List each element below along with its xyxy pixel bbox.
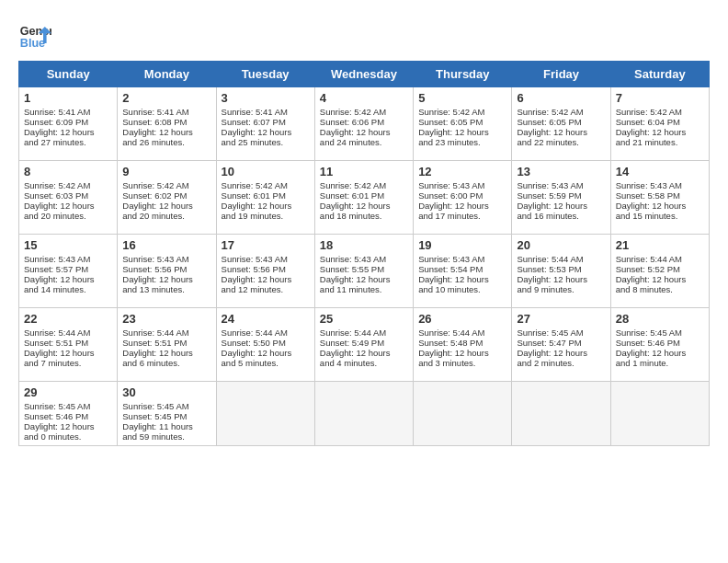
day-number: 11 [320, 165, 408, 178]
day-number: 15 [24, 238, 112, 252]
day-number: 6 [517, 91, 605, 105]
day-info: Sunset: 5:56 PM [222, 264, 310, 274]
day-info: Sunrise: 5:42 AM [24, 180, 112, 190]
day-info: Sunset: 6:04 PM [616, 117, 704, 127]
day-info: Sunrise: 5:44 AM [24, 327, 112, 338]
calendar-cell: 6Sunrise: 5:42 AMSunset: 6:05 PMDaylight… [512, 87, 610, 161]
day-info: and 2 minutes. [517, 358, 605, 368]
day-info: Sunset: 5:57 PM [24, 264, 112, 274]
calendar-cell: 17Sunrise: 5:43 AMSunset: 5:56 PMDayligh… [216, 235, 314, 308]
day-info: and 59 minutes. [122, 431, 210, 442]
day-info: Sunset: 6:07 PM [222, 117, 310, 127]
day-info: Sunrise: 5:45 AM [517, 327, 605, 338]
calendar-cell: 5Sunrise: 5:42 AMSunset: 6:05 PMDaylight… [414, 87, 512, 161]
day-info: Daylight: 12 hours [418, 348, 506, 358]
day-info: Sunrise: 5:43 AM [122, 254, 210, 264]
day-number: 4 [320, 91, 408, 105]
day-info: Sunset: 6:02 PM [122, 190, 210, 201]
day-info: Daylight: 12 hours [517, 201, 605, 211]
day-info: Sunset: 5:58 PM [616, 190, 704, 201]
calendar-cell: 13Sunrise: 5:43 AMSunset: 5:59 PMDayligh… [512, 161, 610, 235]
day-info: Daylight: 12 hours [616, 201, 704, 211]
day-info: Sunset: 5:50 PM [222, 338, 310, 348]
day-number: 18 [320, 238, 408, 252]
day-info: Sunrise: 5:42 AM [616, 107, 704, 117]
day-info: Daylight: 12 hours [24, 348, 112, 358]
calendar-cell: 20Sunrise: 5:44 AMSunset: 5:53 PMDayligh… [512, 235, 610, 308]
day-number: 2 [122, 91, 210, 105]
day-info: Sunrise: 5:42 AM [320, 107, 408, 117]
day-info: Sunrise: 5:44 AM [418, 327, 506, 338]
weekday-header-wednesday: Wednesday [314, 62, 413, 87]
day-info: Daylight: 12 hours [616, 348, 704, 358]
day-info: Daylight: 12 hours [418, 127, 506, 137]
day-number: 9 [122, 165, 210, 178]
calendar-cell: 3Sunrise: 5:41 AMSunset: 6:07 PMDaylight… [216, 87, 314, 161]
calendar-cell: 29Sunrise: 5:45 AMSunset: 5:46 PMDayligh… [19, 382, 118, 446]
calendar-cell [512, 382, 610, 446]
calendar-cell: 21Sunrise: 5:44 AMSunset: 5:52 PMDayligh… [610, 235, 709, 308]
calendar-cell: 15Sunrise: 5:43 AMSunset: 5:57 PMDayligh… [19, 235, 118, 308]
day-number: 29 [24, 385, 112, 399]
day-info: Sunset: 5:48 PM [418, 338, 506, 348]
calendar-cell: 30Sunrise: 5:45 AMSunset: 5:45 PMDayligh… [118, 382, 216, 446]
page-header: General Blue [18, 18, 710, 52]
day-info: Sunset: 6:05 PM [418, 117, 506, 127]
day-info: Sunset: 6:06 PM [320, 117, 408, 127]
weekday-header-tuesday: Tuesday [216, 62, 314, 87]
day-number: 3 [222, 91, 310, 105]
calendar-cell [414, 382, 512, 446]
day-info: Daylight: 12 hours [24, 127, 112, 137]
day-number: 8 [24, 165, 112, 178]
day-info: Sunrise: 5:43 AM [616, 180, 704, 190]
day-info: and 15 minutes. [616, 211, 704, 221]
day-info: Sunrise: 5:42 AM [122, 180, 210, 190]
day-info: Sunset: 5:56 PM [122, 264, 210, 274]
day-info: Daylight: 12 hours [222, 201, 310, 211]
day-info: and 11 minutes. [320, 284, 408, 294]
day-info: Daylight: 12 hours [222, 127, 310, 137]
day-number: 27 [517, 312, 605, 326]
calendar-cell: 9Sunrise: 5:42 AMSunset: 6:02 PMDaylight… [118, 161, 216, 235]
day-info: Sunrise: 5:42 AM [222, 180, 310, 190]
day-info: Sunrise: 5:41 AM [222, 107, 310, 117]
day-info: Daylight: 12 hours [517, 348, 605, 358]
day-info: and 23 minutes. [418, 137, 506, 147]
day-number: 21 [616, 238, 704, 252]
day-info: and 0 minutes. [24, 431, 112, 442]
day-info: Daylight: 12 hours [320, 127, 408, 137]
day-number: 13 [517, 165, 605, 178]
day-number: 20 [517, 238, 605, 252]
day-info: Sunrise: 5:44 AM [517, 254, 605, 264]
day-info: Sunset: 5:51 PM [122, 338, 210, 348]
day-info: and 10 minutes. [418, 284, 506, 294]
calendar-cell: 16Sunrise: 5:43 AMSunset: 5:56 PMDayligh… [118, 235, 216, 308]
day-info: and 7 minutes. [24, 358, 112, 368]
day-number: 12 [418, 165, 506, 178]
day-info: and 20 minutes. [122, 211, 210, 221]
day-info: and 16 minutes. [517, 211, 605, 221]
day-info: and 22 minutes. [517, 137, 605, 147]
day-info: Sunset: 5:52 PM [616, 264, 704, 274]
day-info: Sunrise: 5:43 AM [517, 180, 605, 190]
calendar-cell: 14Sunrise: 5:43 AMSunset: 5:58 PMDayligh… [610, 161, 709, 235]
day-info: and 3 minutes. [418, 358, 506, 368]
day-number: 25 [320, 312, 408, 326]
day-info: and 19 minutes. [222, 211, 310, 221]
day-info: Sunrise: 5:44 AM [616, 254, 704, 264]
day-number: 17 [222, 238, 310, 252]
calendar-cell: 11Sunrise: 5:42 AMSunset: 6:01 PMDayligh… [314, 161, 413, 235]
day-number: 26 [418, 312, 506, 326]
calendar-table: SundayMondayTuesdayWednesdayThursdayFrid… [18, 61, 710, 446]
day-info: and 24 minutes. [320, 137, 408, 147]
day-info: Daylight: 12 hours [122, 274, 210, 284]
day-info: and 14 minutes. [24, 284, 112, 294]
calendar-cell: 26Sunrise: 5:44 AMSunset: 5:48 PMDayligh… [414, 308, 512, 382]
day-info: Sunrise: 5:43 AM [222, 254, 310, 264]
day-info: Daylight: 12 hours [122, 127, 210, 137]
day-info: Sunset: 5:47 PM [517, 338, 605, 348]
day-info: Sunset: 6:05 PM [517, 117, 605, 127]
day-info: Sunset: 6:08 PM [122, 117, 210, 127]
day-info: Sunset: 6:09 PM [24, 117, 112, 127]
day-info: and 6 minutes. [122, 358, 210, 368]
